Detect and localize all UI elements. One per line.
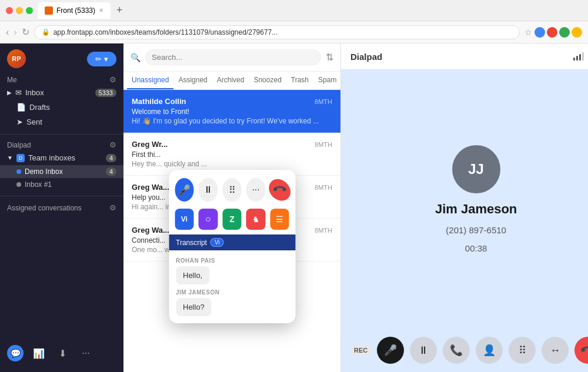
team-expand-icon: ▼: [7, 155, 13, 161]
inbox1-item[interactable]: Inbox #1: [0, 178, 123, 191]
conv-name-0: Mathilde Collin: [132, 97, 186, 106]
transcript-badge: Vi: [211, 238, 224, 247]
mic-button[interactable]: 🎤: [175, 178, 194, 202]
extensions-area: [534, 27, 582, 38]
caller-avatar: JJ: [452, 145, 500, 193]
sidebar-inbox-item[interactable]: ▶ ✉ Inbox 5333: [0, 85, 123, 100]
reload-button[interactable]: ↻: [22, 26, 29, 38]
numpad-button[interactable]: ⠿: [222, 178, 242, 202]
conv-time-2: 8MTH: [315, 184, 332, 191]
demo-dot: [16, 169, 21, 174]
merge-button[interactable]: ↔: [542, 337, 569, 364]
active-tab[interactable]: Front (5333) ✕: [38, 2, 111, 19]
search-bar: 🔍 ⇅: [123, 43, 340, 72]
maximize-control[interactable]: [26, 7, 33, 14]
transcript-content: ROHAN PAIS Hello, JIM JAMESON Hello?: [169, 250, 295, 323]
tab-archived[interactable]: Archived: [212, 72, 249, 89]
compose-button[interactable]: ✏ ▾: [87, 52, 116, 66]
drafts-icon: 📄: [16, 103, 26, 112]
tab-close-icon[interactable]: ✕: [99, 7, 103, 14]
avatar[interactable]: RP: [7, 49, 26, 68]
end-call-dial-button[interactable]: 📞: [569, 331, 588, 369]
dialpad-header: Dialpad ⋮: [341, 43, 588, 70]
transcript-bar[interactable]: Transcript Vi: [169, 234, 295, 250]
bookmark-icon[interactable]: ☆: [524, 28, 532, 37]
demo-inbox-item[interactable]: Demo Inbox 4: [0, 165, 123, 178]
search-input[interactable]: [145, 49, 321, 65]
sent-label: Sent: [26, 118, 42, 126]
sidebar: RP ✏ ▾ Me ⚙ ▶ ✉ Inbox 5333 📄 Drafts ➤ Se…: [0, 43, 123, 372]
transcript-label: Transcript: [176, 239, 207, 247]
add-participant-button[interactable]: 👤: [476, 337, 503, 364]
pause-button[interactable]: ⏸: [199, 178, 218, 202]
orange-app-icon[interactable]: ☰: [270, 209, 289, 230]
dialpad-title: Dialpad: [350, 52, 382, 62]
new-tab-button[interactable]: +: [114, 4, 125, 16]
red-app-icon[interactable]: ♞: [246, 209, 266, 230]
mute-button[interactable]: 🎤: [377, 337, 404, 364]
tab-snoozed[interactable]: Snoozed: [249, 72, 286, 89]
dialpad-section: Dialpad ⚙: [0, 139, 123, 150]
assigned-settings-icon[interactable]: ⚙: [109, 203, 116, 212]
keypad-button[interactable]: ⠿: [509, 337, 536, 364]
circle-app-icon[interactable]: ○: [199, 209, 218, 230]
inbox-label: Inbox: [25, 88, 92, 97]
search-glass-icon: 🔍: [131, 53, 141, 62]
transfer-button[interactable]: 📞: [443, 337, 470, 364]
sidebar-sent-item[interactable]: ➤ Sent: [0, 115, 123, 129]
tab-spam[interactable]: Spam: [313, 72, 340, 89]
sidebar-bottom-icons: 💬 📊 ⬇ ···: [0, 340, 123, 366]
more-bottom-icon[interactable]: ···: [78, 345, 94, 361]
team-icon: D: [16, 154, 25, 162]
team-inboxes-item[interactable]: ▼ D Team inboxes 4: [0, 150, 123, 165]
speaker-jim: JIM JAMESON Hello?: [176, 289, 288, 316]
conv-time-3: 8MTH: [315, 227, 332, 234]
back-button[interactable]: ‹: [6, 27, 9, 38]
tab-favicon: [45, 6, 53, 15]
tab-unassigned[interactable]: Unassigned: [127, 72, 173, 89]
tab-assigned[interactable]: Assigned: [173, 72, 212, 89]
forward-button[interactable]: ›: [14, 27, 16, 38]
drafts-label: Drafts: [29, 103, 50, 112]
sent-icon: ➤: [16, 118, 23, 126]
signal-icon: [573, 52, 584, 61]
dialpad-settings-icon[interactable]: ⚙: [109, 140, 116, 149]
demo-inbox-badge: 4: [106, 167, 116, 176]
tabs-row: Unassigned Assigned Archived Snoozed Tra…: [123, 72, 340, 90]
rec-button-area[interactable]: REC: [350, 345, 371, 356]
tab-trash[interactable]: Trash: [286, 72, 313, 89]
stats-bottom-icon[interactable]: 📊: [31, 345, 47, 361]
vi-app-icon[interactable]: Vi: [175, 209, 194, 230]
minimize-control[interactable]: [16, 7, 23, 14]
filter-icon[interactable]: ⇅: [326, 52, 333, 63]
inbox-badge: 5333: [95, 89, 116, 97]
url-bar[interactable]: 🔒 app.frontapp.com/inboxes/teams/folders…: [34, 25, 520, 39]
rec-label: REC: [350, 345, 371, 356]
browser-chrome: Front (5333) ✕ +: [0, 0, 588, 21]
download-bottom-icon[interactable]: ⬇: [54, 345, 71, 361]
call-overlay-popup: 🎤 ⏸ ⠿ ··· 📞 Vi ○ Z ♞ ☰ Transcript Vi: [169, 170, 295, 323]
hold-button[interactable]: ⏸: [410, 337, 437, 364]
close-control[interactable]: [6, 7, 13, 14]
end-call-button[interactable]: 📞: [265, 175, 295, 205]
more-button[interactable]: ···: [246, 178, 266, 202]
chat-bottom-icon[interactable]: 💬: [7, 345, 24, 361]
jim-bubble: Hello?: [176, 298, 212, 316]
dialpad-label: Dialpad: [7, 141, 31, 149]
zendesk-app-icon[interactable]: Z: [222, 209, 242, 230]
url-text: app.frontapp.com/inboxes/teams/folders/1…: [54, 28, 278, 36]
assigned-section: Assigned conversations ⚙: [0, 201, 123, 215]
nav-bar: ‹ › ↻ 🔒 app.frontapp.com/inboxes/teams/f…: [0, 21, 588, 43]
conv-item-0[interactable]: Mathilde Collin 8MTH Welcome to Front! H…: [123, 90, 340, 133]
window-controls: [6, 7, 33, 14]
me-settings-icon[interactable]: ⚙: [109, 75, 116, 84]
inbox1-label: Inbox #1: [25, 180, 116, 189]
call-duration: 00:38: [465, 243, 487, 253]
conv-time-0: 8MTH: [315, 98, 332, 105]
conv-time-1: 8MTH: [315, 141, 332, 148]
sidebar-drafts-item[interactable]: 📄 Drafts: [0, 100, 123, 115]
caller-number: (201) 897-6510: [446, 225, 506, 235]
inbox-icon: ✉: [15, 88, 22, 97]
app-icons-row: Vi ○ Z ♞ ☰: [169, 206, 295, 234]
dialpad-bottom-controls: REC 🎤 ⏸ 📞 👤 ⠿ ↔ 📞: [341, 329, 588, 372]
